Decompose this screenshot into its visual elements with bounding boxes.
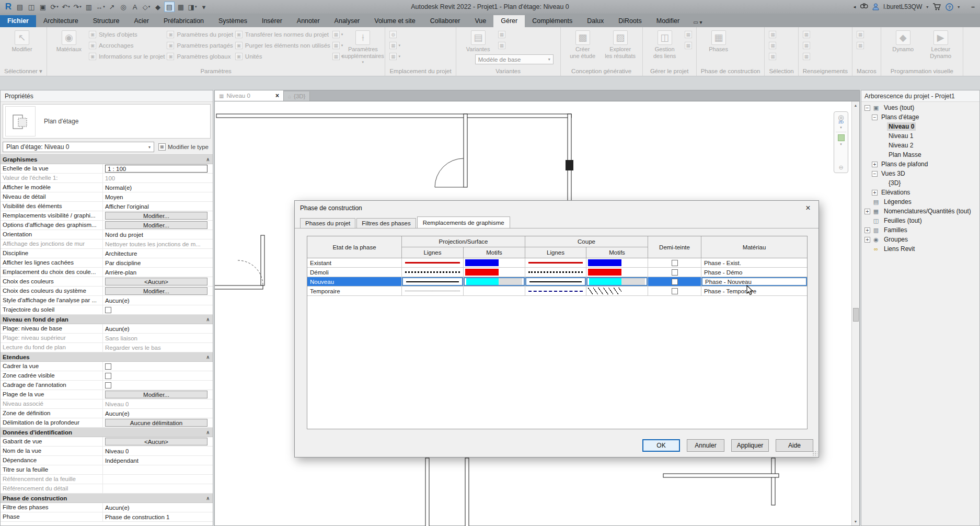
sync-icon[interactable]: ⟳▾ [49, 2, 60, 12]
ribbon-select-variantes[interactable]: Modèle de base▾ [475, 54, 554, 64]
property-button[interactable]: Modifier... [105, 221, 207, 229]
projection-lines-cell[interactable] [402, 287, 464, 295]
property-section-graphismes[interactable]: Graphismes∧ [1, 155, 213, 164]
cut-pattern-cell[interactable] [586, 258, 648, 267]
phase-row-nouveau[interactable]: NouveauPhase - Nouveau [307, 277, 807, 287]
dialog-title-bar[interactable]: Phase de construction × [295, 201, 818, 215]
tag-icon[interactable]: ◎ [118, 2, 129, 12]
ribbon-tab-syst-mes[interactable]: Systèmes [211, 15, 255, 27]
ribbon-tab-ins-rer[interactable]: Insérer [255, 15, 290, 27]
ribbon-button-informations-sur-le-projet[interactable]: ▣Informations sur le projet [89, 51, 165, 61]
select-by-id-icon-button[interactable]: ▦ [803, 40, 810, 50]
open-icon[interactable]: ◫ [26, 2, 37, 12]
phase-name-cell[interactable]: Nouveau [307, 277, 402, 286]
phase-row-existant[interactable]: ExistantPhase - Exist. [307, 258, 807, 268]
scroll-up-icon[interactable]: ▲ [854, 101, 858, 109]
close-hidden-windows-icon[interactable]: ▦ [176, 2, 186, 12]
save-selection-icon-button[interactable]: ▦ [769, 29, 776, 39]
warnings-icon-button[interactable]: ▦ [803, 51, 810, 61]
projection-pattern-cell[interactable] [464, 268, 525, 277]
decal-types-icon-button[interactable]: ▦ [685, 40, 692, 50]
manage-images-icon-button[interactable]: ▦ [685, 29, 692, 39]
cart-icon[interactable] [932, 3, 941, 10]
switch-windows-icon[interactable]: ◨▾ [187, 2, 198, 12]
ribbon-tab-compl-ments[interactable]: Compléments [525, 15, 580, 27]
tree-item-feuilles-tout[interactable]: ◫Feuilles (tout) [861, 216, 979, 225]
scrollbar-thumb[interactable] [853, 308, 859, 322]
ribbon-tab-annoter[interactable]: Annoter [290, 15, 327, 27]
collapse-icon[interactable]: ∧ [206, 317, 210, 322]
halftone-checkbox[interactable] [672, 260, 678, 266]
ribbon-button-unit-s[interactable]: ▣Unités [235, 51, 330, 61]
cut-lines-cell[interactable] [525, 258, 586, 267]
collapse-icon[interactable]: − [872, 115, 878, 120]
property-section-phase-de-construction[interactable]: Phase de construction∧ [1, 494, 213, 503]
tree-item-niveau-0[interactable]: Niveau 0 [861, 122, 979, 131]
aligned-dimension-icon[interactable]: ↗ [107, 2, 117, 12]
ribbon-collapse-icon[interactable]: ▭ ▾ [690, 17, 705, 27]
collapse-icon[interactable]: − [872, 171, 878, 177]
expand-icon[interactable]: + [864, 237, 870, 243]
ribbon-tab-architecture[interactable]: Architecture [36, 15, 86, 27]
annuler-button[interactable]: Annuler [687, 439, 724, 452]
add-to-set-icon-button[interactable]: ▦ [498, 29, 505, 39]
section-icon[interactable]: ◆ [153, 2, 163, 12]
collapse-icon[interactable]: − [864, 105, 870, 111]
ribbon-button-variantes[interactable]: ▤Variantes [460, 29, 496, 53]
tree-item-el-vations[interactable]: +Elévations [861, 188, 979, 197]
ribbon-button-gestion-des-liens[interactable]: ◫Gestion des liens [647, 29, 683, 59]
appliquer-button[interactable]: Appliquer [731, 439, 769, 452]
pick-to-edit-icon-button[interactable]: ▦ [498, 40, 505, 50]
tree-item-vues-3d[interactable]: −Vues 3D [861, 169, 979, 178]
tree-item-groupes[interactable]: +◉Groupes [861, 235, 979, 244]
dialog-tab-filtres-des-phases[interactable]: Filtres des phases [356, 218, 416, 228]
text-icon[interactable]: A [130, 2, 140, 12]
ok-button[interactable]: OK [642, 439, 680, 452]
aide-button[interactable]: Aide [776, 439, 813, 452]
structural-settings-icon-button[interactable]: ▦▾ [332, 29, 343, 39]
type-selector[interactable]: Plan d'étage [3, 104, 211, 139]
phase-name-cell[interactable]: Temporaire [307, 287, 402, 295]
macro-security-icon-button[interactable]: ▦ [857, 40, 864, 50]
ribbon-button-param-tres-suppl-mentaires[interactable]: ⟊Paramètres supplémentaires▾ [345, 29, 381, 64]
expand-icon[interactable]: + [864, 227, 870, 233]
ribbon-button-styles-d-objets[interactable]: ▣Styles d'objets [89, 29, 165, 39]
expand-icon[interactable]: + [864, 209, 870, 214]
ribbon-tab-fichier[interactable]: Fichier [0, 15, 36, 27]
property-section-donn-es-d-identification[interactable]: Données d'identification∧ [1, 428, 213, 437]
tree-item-niveau-2[interactable]: Niveau 2 [861, 141, 979, 150]
property-button[interactable]: Modifier... [105, 287, 207, 295]
default-3d-view-icon[interactable]: ◇▾ [141, 2, 152, 12]
collapse-icon[interactable]: ∧ [206, 496, 210, 501]
expand-icon[interactable]: + [872, 162, 878, 167]
material-cell[interactable]: Phase - Nouveau [701, 277, 807, 286]
redo-icon[interactable]: ↷▾ [72, 2, 83, 12]
phase-row-d-moli[interactable]: DémoliPhase - Démo [307, 268, 807, 277]
username[interactable]: l.buretL53QW [883, 3, 922, 10]
checkbox[interactable] [105, 307, 111, 313]
location-icon-button[interactable]: ◍ [389, 29, 400, 39]
print-icon[interactable]: ▥ [84, 2, 94, 12]
tree-item-familles[interactable]: +▥Familles [861, 225, 979, 235]
cut-lines-cell[interactable] [525, 287, 586, 295]
cut-pattern-cell[interactable] [586, 287, 648, 295]
expand-arrow-icon[interactable]: ◂ [854, 4, 856, 9]
checkbox[interactable] [105, 382, 111, 388]
dialog-tab-remplacements-de-graphisme[interactable]: Remplacements de graphisme [417, 216, 510, 228]
cut-lines-cell[interactable] [525, 277, 586, 286]
position-icon-button[interactable]: ▦▾ [389, 51, 400, 61]
ribbon-button-phases[interactable]: ▦Phases [701, 29, 736, 53]
zoom-region-icon[interactable] [838, 134, 845, 141]
phase-row-temporaire[interactable]: TemporairePhase - Temporaire [307, 287, 807, 296]
property-section-etendues[interactable]: Etendues∧ [1, 352, 213, 362]
halftone-checkbox[interactable] [672, 288, 678, 294]
material-cell[interactable]: Phase - Démo [701, 268, 807, 277]
ribbon-tab-acier[interactable]: Acier [126, 15, 156, 27]
type-combo[interactable]: Plan d'étage: Niveau 0 ▾ [3, 142, 154, 152]
resize-grip[interactable] [812, 451, 817, 456]
tree-item-niveau-1[interactable]: Niveau 1 [861, 131, 979, 141]
thin-lines-icon[interactable]: ▤ [164, 2, 175, 12]
collapse-icon[interactable]: ∧ [206, 430, 210, 435]
projection-lines-cell[interactable] [402, 268, 464, 277]
ribbon-button-accrochages[interactable]: ▣Accrochages [89, 40, 165, 50]
